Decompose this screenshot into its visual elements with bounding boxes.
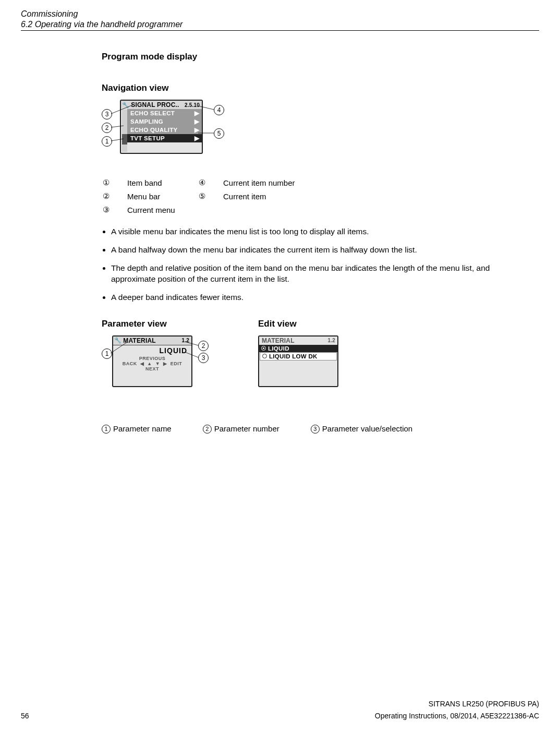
nav-legend-table: ① Item band ④ Current item number ② Menu… <box>102 175 304 217</box>
callout-2: 2 <box>102 123 112 133</box>
bullet-list: A visible menu bar indicates the menu li… <box>102 226 524 303</box>
footer-page-number: 56 <box>21 712 29 720</box>
footer-docinfo: Operating Instructions, 08/2014, A5E3222… <box>375 712 539 720</box>
radio-unselected-icon <box>262 354 267 358</box>
callout-1: 1 <box>102 136 112 147</box>
nav-item-label: SAMPLING <box>130 118 163 125</box>
item-band <box>122 134 127 145</box>
param-lcd: 🔧 MATERIAL 1.2 LIQUID PREVIOUS BACK ◀ ▲ <box>112 335 192 387</box>
legend-label: Parameter value/selection <box>322 424 412 433</box>
nav-lcd-title: SIGNAL PROC.. <box>129 101 185 109</box>
arrow-up-icon: ▲ <box>147 361 152 366</box>
callout-4: 4 <box>214 105 224 115</box>
edit-option-label: LIQUID LOW DK <box>269 353 318 359</box>
legend-num: 3 <box>311 425 320 434</box>
legend-num: 2 <box>203 425 212 434</box>
menu-bar <box>122 110 127 152</box>
nav-lcd-title-row: 🔧 SIGNAL PROC.. 2.5.10 <box>121 101 202 109</box>
legend-num: ⑤ <box>199 190 222 202</box>
nav-previous: PREVIOUS <box>113 356 191 361</box>
callout-2: 2 <box>198 341 209 351</box>
radio-selected-icon <box>261 346 266 351</box>
parameter-diagram: 🔧 MATERIAL 1.2 LIQUID PREVIOUS BACK ◀ ▲ <box>102 335 211 393</box>
nav-lcd: 🔧 SIGNAL PROC.. 2.5.10 ECHO SELECT▶ SAMP… <box>120 100 203 154</box>
bullet-item: A deeper band indicates fewer items. <box>111 292 524 303</box>
nav-menu-item: ECHO QUALITY▶ <box>127 126 202 134</box>
footer-product: SITRANS LR250 (PROFIBUS PA) <box>21 699 539 710</box>
legend-label: Parameter number <box>214 424 279 433</box>
edit-lcd-title-row: MATERIAL 1.2 <box>259 337 337 345</box>
legend-label: Parameter name <box>113 424 172 433</box>
legend-label: Item band <box>127 176 198 189</box>
legend-num: ① <box>103 176 126 189</box>
bullet-item: The depth and relative position of the i… <box>111 263 524 285</box>
edit-option-selected: LIQUID <box>259 345 337 352</box>
edit-option: LIQUID LOW DK <box>260 352 337 361</box>
nav-back: BACK <box>123 361 137 366</box>
legend-label: Current item <box>223 190 303 202</box>
heading-edit-view: Edit view <box>258 319 338 329</box>
nav-menu-item: SAMPLING▶ <box>127 117 202 126</box>
navigation-diagram: 🔧 SIGNAL PROC.. 2.5.10 ECHO SELECT▶ SAMP… <box>102 100 237 167</box>
nav-next: NEXT <box>113 366 191 371</box>
wrench-icon: 🔧 <box>122 102 129 109</box>
header-section: 6.2 Operating via the handheld programme… <box>21 20 539 29</box>
edit-lcd-num: 1.2 <box>327 338 335 343</box>
arrow-right-icon: ▶ <box>163 361 167 366</box>
edit-lcd-title: MATERIAL <box>260 337 327 344</box>
param-lcd-value: LIQUID <box>113 345 191 356</box>
arrow-down-icon: ▼ <box>155 361 160 366</box>
param-lcd-title: MATERIAL <box>121 337 181 344</box>
legend-label: Current menu <box>127 203 198 216</box>
arrow-left-icon: ◀ <box>140 361 144 366</box>
legend-num: ④ <box>199 176 222 189</box>
heading-program-mode: Program mode display <box>102 52 524 62</box>
param-legend-row: 1Parameter name 2Parameter number 3Param… <box>102 424 524 434</box>
legend-label: Current item number <box>223 176 303 189</box>
header-chapter: Commissioning <box>21 9 539 19</box>
callout-5: 5 <box>214 128 224 139</box>
nav-lcd-title-num: 2.5.10 <box>185 102 200 108</box>
legend-num: 1 <box>102 425 111 434</box>
heading-navigation-view: Navigation view <box>102 83 524 93</box>
callout-3: 3 <box>198 353 209 363</box>
callout-1: 1 <box>102 349 112 359</box>
param-lcd-title-row: 🔧 MATERIAL 1.2 <box>113 337 191 345</box>
edit-lcd: MATERIAL 1.2 LIQUID LIQUID LOW DK <box>258 335 338 387</box>
callout-3: 3 <box>102 109 112 119</box>
bullet-item: A band halfway down the menu bar indicat… <box>111 245 524 256</box>
edit-option-label: LIQUID <box>268 345 289 352</box>
legend-num: ② <box>103 190 126 202</box>
nav-item-label: ECHO SELECT <box>130 110 175 116</box>
nav-item-label: ECHO QUALITY <box>130 127 178 133</box>
heading-parameter-view: Parameter view <box>102 319 211 329</box>
param-lcd-num: 1.2 <box>181 338 189 343</box>
nav-menu-item: ECHO SELECT▶ <box>127 109 202 117</box>
legend-label: Menu bar <box>127 190 198 202</box>
bullet-item: A visible menu bar indicates the menu li… <box>111 226 524 237</box>
nav-edit: EDIT <box>171 361 182 366</box>
wrench-icon: 🔧 <box>114 337 121 344</box>
nav-item-label: TVT SETUP <box>130 135 165 141</box>
nav-menu-item-selected: TVT SETUP▶ <box>127 134 202 142</box>
legend-num: ③ <box>103 203 126 216</box>
header-rule <box>21 30 539 31</box>
page-footer: SITRANS LR250 (PROFIBUS PA) 56 Operating… <box>21 699 539 720</box>
